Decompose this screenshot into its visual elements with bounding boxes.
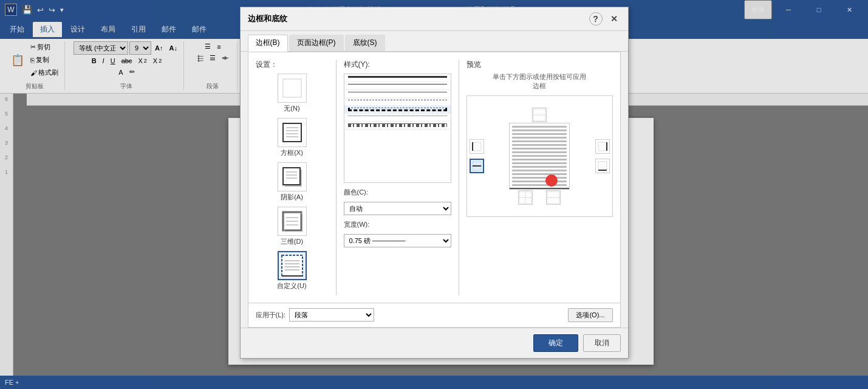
tab-shading[interactable]: 底纹(S) bbox=[345, 35, 385, 51]
tab-page-border[interactable]: 页面边框(P) bbox=[289, 35, 344, 51]
dialog-title-bar: 边框和底纹 ? ✕ bbox=[241, 7, 628, 31]
setting-custom-label: 自定义(U) bbox=[277, 281, 306, 291]
tab-borders[interactable]: 边框(B) bbox=[248, 35, 288, 52]
style-column: 样式(Y): bbox=[336, 60, 451, 295]
style-solid-thin1[interactable] bbox=[344, 82, 451, 90]
setting-3d-icon bbox=[278, 207, 307, 236]
color-select-row: 自动 bbox=[344, 202, 451, 215]
dialog-title-actions: ? ✕ bbox=[589, 12, 621, 26]
setting-none[interactable]: 无(N) bbox=[256, 74, 329, 113]
setting-none-label: 无(N) bbox=[284, 104, 299, 113]
svg-rect-35 bbox=[598, 162, 607, 170]
preview-hint: 单击下方图示或使用按钮可应用边框 bbox=[466, 72, 613, 91]
style-label: 样式(Y): bbox=[344, 60, 451, 70]
color-select[interactable]: 自动 bbox=[344, 202, 451, 215]
style-dash-dot[interactable] bbox=[344, 122, 451, 129]
style-dotted[interactable] bbox=[344, 114, 451, 122]
width-select[interactable]: 0.75 磅 ─────── bbox=[344, 234, 451, 247]
setting-shadow[interactable]: 阴影(A) bbox=[256, 162, 329, 202]
preview-right-buttons bbox=[595, 139, 610, 173]
svg-rect-22 bbox=[473, 142, 481, 151]
width-label: 宽度(W): bbox=[344, 220, 374, 229]
style-solid-thin2[interactable] bbox=[344, 90, 451, 98]
width-select-row: 0.75 磅 ─────── bbox=[344, 234, 451, 247]
style-dashed2[interactable] bbox=[344, 106, 451, 114]
svg-rect-1 bbox=[283, 123, 301, 142]
setting-shadow-icon bbox=[278, 162, 307, 191]
preview-left-top-button[interactable] bbox=[470, 139, 484, 154]
setting-3d[interactable]: 三维(D) bbox=[256, 207, 329, 246]
setting-box-label: 方框(X) bbox=[281, 148, 303, 157]
settings-label: 设置： bbox=[256, 60, 329, 70]
apply-label: 应用于(L): bbox=[256, 311, 286, 320]
dialog-footer: 确定 取消 bbox=[241, 328, 628, 358]
settings-column: 设置： 无(N) bbox=[256, 60, 329, 295]
cursor-dot bbox=[545, 174, 558, 187]
preview-top-button[interactable] bbox=[532, 108, 547, 122]
setting-custom[interactable]: 自定义(U) bbox=[256, 251, 329, 291]
style-dashed1[interactable] bbox=[344, 98, 451, 106]
preview-bottom-left-button[interactable] bbox=[518, 190, 533, 205]
cancel-button[interactable]: 取消 bbox=[583, 334, 621, 352]
style-solid-thick[interactable] bbox=[344, 74, 451, 82]
dialog-body: 设置： 无(N) bbox=[248, 52, 621, 303]
setting-custom-icon bbox=[278, 251, 307, 280]
color-row: 颜色(C): bbox=[344, 188, 451, 197]
dialog-close-button[interactable]: ✕ bbox=[607, 12, 621, 26]
borders-shading-dialog: 边框和底纹 ? ✕ 边框(B) 页面边框(P) 底纹(S) 设置： bbox=[240, 7, 629, 359]
preview-document bbox=[500, 108, 579, 205]
dialog-overlay: 边框和底纹 ? ✕ 边框(B) 页面边框(P) 底纹(S) 设置： bbox=[0, 0, 868, 389]
svg-rect-0 bbox=[283, 79, 301, 97]
svg-rect-7 bbox=[283, 168, 300, 185]
dialog-tabs: 边框(B) 页面边框(P) 底纹(S) bbox=[241, 31, 628, 52]
color-label: 颜色(C): bbox=[344, 188, 374, 197]
dialog-title: 边框和底纹 bbox=[248, 13, 287, 24]
preview-label: 预览 bbox=[466, 60, 613, 70]
preview-bottom-right-button[interactable] bbox=[546, 190, 561, 205]
preview-right-bottom-button[interactable] bbox=[595, 159, 610, 173]
setting-none-icon bbox=[278, 74, 307, 103]
preview-area bbox=[466, 95, 613, 217]
dialog-help-button[interactable]: ? bbox=[589, 12, 603, 26]
preview-right-top-button[interactable] bbox=[595, 139, 610, 154]
svg-rect-16 bbox=[282, 255, 302, 276]
setting-3d-label: 三维(D) bbox=[281, 237, 303, 246]
preview-left-buttons bbox=[470, 139, 484, 173]
setting-box-icon bbox=[278, 118, 307, 147]
apply-select[interactable]: 段落 bbox=[289, 308, 374, 322]
apply-row: 应用于(L): 段落 选项(O)... bbox=[248, 303, 621, 328]
setting-box[interactable]: 方框(X) bbox=[256, 118, 329, 157]
ok-button[interactable]: 确定 bbox=[533, 334, 578, 352]
options-button[interactable]: 选项(O)... bbox=[568, 308, 612, 322]
style-list[interactable] bbox=[344, 74, 451, 183]
setting-shadow-label: 阴影(A) bbox=[281, 193, 303, 202]
width-row: 宽度(W): bbox=[344, 220, 451, 229]
svg-rect-33 bbox=[598, 142, 607, 151]
preview-column: 预览 单击下方图示或使用按钮可应用边框 bbox=[459, 60, 613, 295]
preview-left-bottom-button[interactable] bbox=[470, 159, 484, 173]
